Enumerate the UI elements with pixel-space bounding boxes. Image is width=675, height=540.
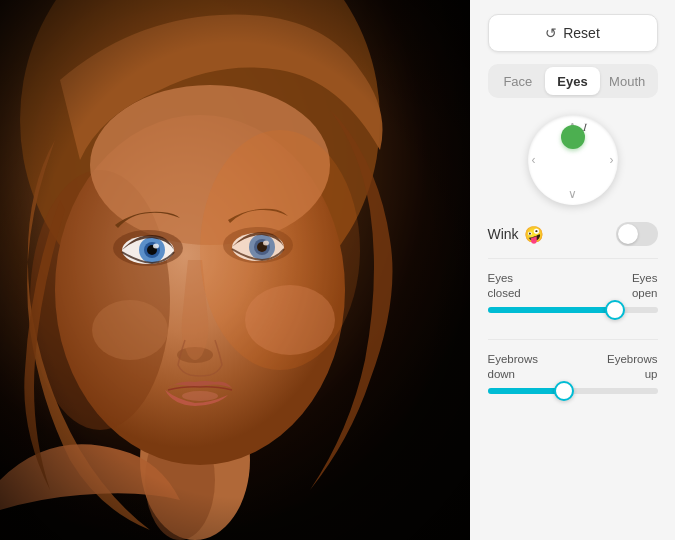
tab-eyes[interactable]: Eyes xyxy=(545,67,600,95)
reset-icon: ↺ xyxy=(545,25,557,41)
dial-arrow-right[interactable]: › xyxy=(610,153,614,167)
reset-label: Reset xyxy=(563,25,600,41)
reset-button[interactable]: ↺ Reset xyxy=(488,14,658,52)
dial-arrow-left[interactable]: ‹ xyxy=(532,153,536,167)
wink-label: Wink 🤪 xyxy=(488,225,544,244)
dial-arrow-down[interactable]: ∨ xyxy=(568,187,577,201)
dial-container: ∧ ∨ ‹ › 𝐼 xyxy=(523,110,623,210)
dial-ring[interactable]: ∧ ∨ ‹ › 𝐼 xyxy=(528,115,618,205)
svg-rect-25 xyxy=(0,0,470,540)
tab-bar: Face Eyes Mouth xyxy=(488,64,658,98)
slider-eyebrows-track[interactable] xyxy=(488,388,658,394)
slider-eyebrows: Eyebrowsdown Eyebrowsup xyxy=(488,352,658,408)
toggle-thumb xyxy=(618,224,638,244)
cursor-icon: 𝐼 xyxy=(583,121,587,134)
tab-face[interactable]: Face xyxy=(491,67,546,95)
wink-toggle[interactable] xyxy=(616,222,658,246)
label-eyes-open: Eyesopen xyxy=(632,271,658,301)
slider-eyes-labels: Eyesclosed Eyesopen xyxy=(488,271,658,301)
wink-row: Wink 🤪 xyxy=(488,222,658,246)
slider-eyes-thumb[interactable] xyxy=(605,300,625,320)
slider-eyes-fill xyxy=(488,307,616,313)
divider-2 xyxy=(488,339,658,340)
slider-eyebrows-fill xyxy=(488,388,565,394)
slider-eyes: Eyesclosed Eyesopen xyxy=(488,271,658,327)
divider-1 xyxy=(488,258,658,259)
portrait-image xyxy=(0,0,470,540)
tab-mouth[interactable]: Mouth xyxy=(600,67,655,95)
slider-eyes-track[interactable] xyxy=(488,307,658,313)
wink-emoji: 🤪 xyxy=(524,225,544,244)
controls-panel: ↺ Reset Face Eyes Mouth ∧ ∨ ‹ › 𝐼 Wink 🤪 xyxy=(470,0,675,540)
slider-eyebrows-thumb[interactable] xyxy=(554,381,574,401)
portrait-panel xyxy=(0,0,470,540)
slider-eyebrows-labels: Eyebrowsdown Eyebrowsup xyxy=(488,352,658,382)
label-eyes-closed: Eyesclosed xyxy=(488,271,521,301)
label-eyebrows-down: Eyebrowsdown xyxy=(488,352,539,382)
label-eyebrows-up: Eyebrowsup xyxy=(607,352,658,382)
dial-dot xyxy=(561,125,585,149)
